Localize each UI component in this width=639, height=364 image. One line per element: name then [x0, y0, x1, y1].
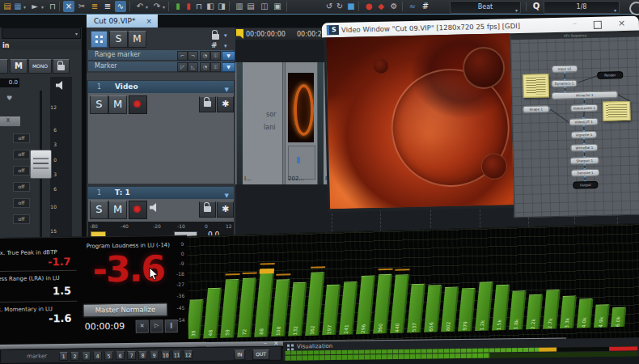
spectrum-bar: 802 — [441, 286, 459, 332]
divider — [0, 301, 77, 303]
frequency-label: 39 — [189, 330, 196, 336]
frequency-label: 656 — [427, 322, 434, 332]
in-button[interactable]: IN — [234, 349, 245, 360]
video-preview — [324, 33, 514, 212]
frequency-label: 537 — [410, 323, 417, 332]
divider — [0, 270, 77, 273]
frequency-label: 2.7k — [546, 318, 552, 328]
marker-number-button[interactable]: 10 — [161, 350, 170, 359]
spectrum-bar: 48 — [203, 287, 222, 338]
peak-hold-mark — [395, 269, 409, 271]
spectrum-bar: 241 — [339, 281, 358, 334]
marker-number-button[interactable]: 6 — [116, 351, 125, 360]
clip-cap-segment — [260, 269, 275, 274]
momentary-value: -1.6 — [42, 312, 71, 325]
peak-hold-mark — [311, 266, 325, 269]
spectrum-analyzer-panel: 3948597288108132162197241296360440537656… — [184, 223, 639, 350]
marker-console: marker 123456789101112 IN OUT — [0, 346, 281, 364]
play-button[interactable]: ▷ — [150, 320, 163, 332]
marker-console-label: marker — [27, 353, 47, 359]
frequency-label: 1.5k — [495, 320, 501, 330]
spectrum-bar: 1.8k — [509, 290, 527, 330]
frequency-label: 88 — [257, 328, 264, 335]
frequency-label: 1.8k — [512, 319, 518, 329]
frequency-label: 3.3k — [563, 318, 569, 328]
loudness-scale-label: -45 — [171, 305, 184, 311]
loudness-scale-label: -9 — [171, 260, 184, 266]
lra-label: Loudness Range (LRA) in LU — [0, 275, 61, 283]
marker-number-button[interactable]: 4 — [93, 351, 102, 360]
stop-button[interactable]: × — [136, 320, 149, 332]
spectrum-bar: 440 — [390, 274, 409, 333]
frequency-label: 108 — [274, 326, 281, 336]
frequency-label: 360 — [376, 324, 383, 333]
spectrum-bar: 360 — [373, 274, 392, 334]
marker-number-button[interactable]: 9 — [150, 351, 159, 360]
minimize-icon[interactable]: – — [573, 17, 577, 30]
spectrum-bar: 39 — [186, 299, 204, 339]
marker-number-button[interactable]: 1 — [59, 352, 68, 361]
spectrum-bars: 3948597288108132162197241296360440537656… — [186, 229, 638, 339]
frequency-label: 72 — [240, 329, 247, 336]
program-loudness-value: -3.6 — [78, 248, 178, 290]
spectrum-bar: 197 — [322, 284, 341, 335]
frequency-label: 440 — [393, 323, 400, 332]
video-bubble — [480, 153, 507, 180]
frequency-label: 241 — [342, 324, 349, 334]
floating-windows: VFx Sequence — [0, 0, 639, 250]
true-peak-value: -1.7 — [41, 256, 70, 269]
frequency-label: 59 — [223, 329, 230, 336]
grid-dots-icon — [287, 345, 290, 347]
mouse-cursor — [149, 267, 159, 281]
frequency-label: 132 — [291, 326, 298, 336]
spectrum-bar: 4.0k — [577, 298, 593, 328]
master-normalize-button[interactable]: Master Normalize — [83, 303, 167, 317]
frequency-label: 1.2k — [478, 320, 485, 331]
peak-hold-mark — [260, 263, 275, 265]
app-logo-icon: S — [327, 25, 339, 35]
marker-number-button[interactable]: 11 — [172, 350, 181, 359]
spectrum-bar: 296 — [356, 275, 375, 334]
app-window: ▤ ▦ ▾ ► ▾ ⊓ × ✂ ≣ ≣ ∿ ↶ ▾ ↷ ▾ ▮ ▮ ⊓ ◧ ◨ … — [0, 0, 639, 364]
out-button[interactable]: OUT — [252, 349, 269, 360]
spectrum-bar: 537 — [407, 284, 425, 333]
spectrum-bar: 979 — [458, 288, 476, 331]
video-window[interactable]: S Video Window "Cut 09.VIP" [1280x720 25… — [322, 16, 639, 216]
meter-yellow-segment — [539, 348, 556, 352]
close-icon[interactable]: × — [618, 16, 626, 30]
peak-hold-mark — [276, 274, 290, 277]
peak-hold-mark — [379, 269, 393, 271]
visualization-title: Visualization — [297, 343, 332, 350]
marker-number-button[interactable]: 12 — [184, 350, 193, 359]
frequency-label: 4.0k — [580, 317, 586, 328]
spectrum-bar: 6.0k — [611, 307, 626, 328]
visualization-window[interactable]: Visualization — [283, 337, 639, 360]
frequency-label: 4.9k — [597, 317, 603, 328]
frequency-label: 979 — [461, 321, 468, 331]
spectrum-bar: 1.2k — [475, 281, 493, 331]
marker-number-button[interactable]: 3 — [82, 352, 91, 361]
spectrum-bar: 162 — [305, 272, 324, 336]
frequency-label: 802 — [444, 322, 451, 332]
spectrum-bar: 132 — [288, 282, 307, 336]
marker-number-button[interactable]: 5 — [104, 351, 113, 360]
frequency-label: 48 — [206, 330, 213, 336]
marker-number-button[interactable]: 8 — [138, 351, 147, 360]
marker-number-button[interactable]: 2 — [70, 352, 79, 361]
loudness-scale-label: 9 — [171, 241, 184, 247]
peak-hold-mark — [243, 272, 257, 274]
marker-number-button[interactable]: 7 — [127, 351, 136, 360]
frequency-label: 2.2k — [529, 319, 535, 329]
maximize-icon[interactable] — [594, 21, 602, 29]
spectrum-bar: 4.9k — [594, 305, 610, 328]
spectrum-bar: 656 — [424, 286, 442, 332]
frequency-label: 296 — [359, 324, 366, 334]
lra-value: 1.5 — [42, 285, 71, 298]
marker-number-buttons: 123456789101112 — [59, 350, 193, 361]
spectrum-bar: 108 — [271, 280, 290, 336]
spectrum-bar: 3.3k — [560, 296, 577, 328]
loudness-scale-label: -18 — [171, 271, 184, 277]
spectrum-bar: 59 — [220, 279, 239, 338]
loudness-scale-label: 0 — [171, 251, 184, 256]
loudness-scale-label: -36 — [171, 293, 184, 298]
